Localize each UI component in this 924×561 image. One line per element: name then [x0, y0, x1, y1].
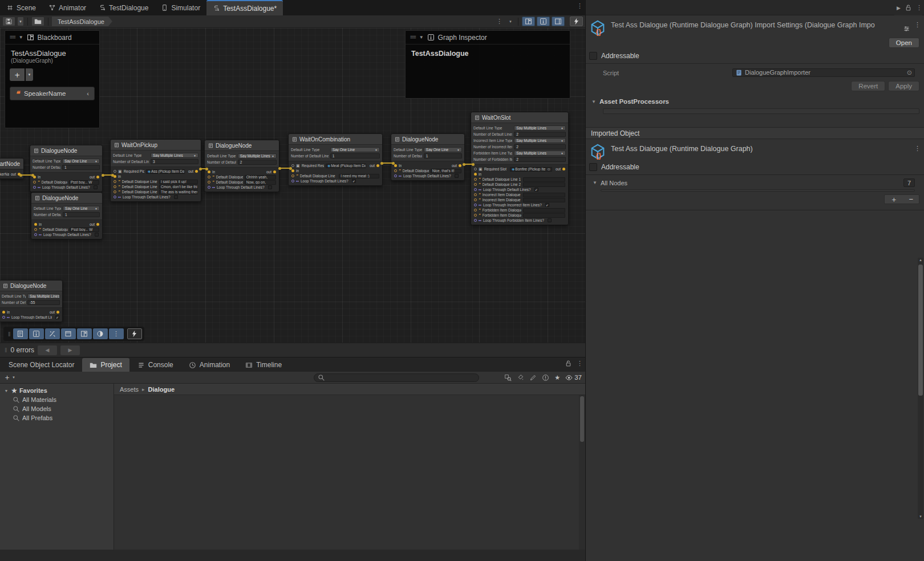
postprocessors-foldout[interactable]: ▼ Asset PostProcessors — [586, 95, 924, 107]
setting-field[interactable]: 1 — [62, 165, 100, 170]
object-field[interactable]: ◈Meat (Pickup Item Data)⊙ — [326, 164, 366, 168]
previous-error-button[interactable]: ◀ — [38, 345, 57, 355]
string-port[interactable] — [291, 174, 294, 177]
data-port[interactable] — [291, 164, 294, 167]
wait-on-combination-node[interactable]: WaitOnCombinationDefault Line TypeSay On… — [288, 133, 383, 186]
script-field[interactable]: DialogueGraphImporter ⊙ — [732, 68, 915, 77]
collapse-property-icon[interactable]: ‹ — [87, 90, 89, 97]
string-port[interactable] — [474, 209, 477, 212]
setting-dropdown[interactable]: Say Multiple Lines▼ — [514, 125, 566, 131]
graph-edge[interactable] — [382, 162, 394, 164]
setting-dropdown[interactable]: Say One Line▼ — [63, 206, 100, 211]
loop-checkbox[interactable] — [94, 185, 98, 189]
more-button[interactable]: ⋮ — [109, 328, 124, 339]
setting-field[interactable]: 1 — [63, 212, 100, 217]
exec-out-port[interactable]: out — [370, 164, 379, 168]
wait-on-pickup-node[interactable]: WaitOnPickupDefault Line TypeSay Multipl… — [110, 139, 201, 202]
scroll-up-icon[interactable]: ▲ — [918, 258, 923, 262]
bool-port[interactable] — [394, 174, 397, 177]
overflow-dropdown-button[interactable]: ▼ — [506, 17, 514, 26]
graph-edge[interactable] — [103, 174, 113, 176]
string-port[interactable] — [34, 228, 37, 231]
tools-button[interactable] — [45, 328, 60, 339]
graph-edge[interactable] — [200, 168, 207, 169]
window-tab-testassdialogue[interactable]: TestAssDialogue* — [206, 0, 283, 15]
exec-in-port[interactable] — [208, 170, 210, 173]
addressable-checkbox[interactable] — [589, 52, 597, 60]
string-field[interactable]: I said pick it up! — [159, 180, 198, 184]
setting-dropdown[interactable]: Say Multiple Lines▼ — [151, 153, 198, 158]
setting-field[interactable]: 2 — [238, 160, 277, 165]
bool-port[interactable] — [114, 196, 116, 198]
string-port[interactable] — [33, 181, 36, 184]
exec-out-port[interactable]: out — [90, 222, 99, 226]
exec-in-port[interactable] — [34, 223, 37, 226]
setting-dropdown[interactable]: Say Multiple Lines▼ — [514, 138, 566, 143]
setting-field[interactable]: 2 — [514, 132, 566, 137]
string-port[interactable] — [208, 181, 210, 184]
exec-out-port[interactable]: out — [452, 164, 461, 168]
show-in-project-button[interactable] — [31, 17, 44, 26]
string-field[interactable] — [523, 182, 565, 187]
favorite-item-all-prefabs[interactable]: All Prefabs — [0, 413, 114, 422]
dialogue-node-3[interactable]: DialogueNodeDefault Line TypeSay Multipl… — [204, 140, 279, 192]
string-field[interactable]: Nice, that's it! — [431, 169, 461, 173]
all-nodes-foldout[interactable]: ▼ All Nodes 7 — [586, 177, 924, 188]
favorite-item-all-materials[interactable]: All Materials — [0, 395, 114, 404]
window-button[interactable] — [61, 328, 76, 339]
toggle-minimap-button[interactable] — [552, 17, 565, 26]
next-error-button[interactable]: ▶ — [60, 345, 80, 355]
panel-tab-animation[interactable]: Animation — [181, 358, 237, 372]
presets-icon[interactable] — [903, 21, 910, 36]
add-property-button[interactable]: ＋ — [10, 68, 25, 81]
panel-tab-scene-object-locator[interactable]: Scene Object Locator — [1, 358, 82, 372]
project-scrollbar[interactable] — [579, 395, 585, 550]
window-tab-simulator[interactable]: Simulator — [155, 0, 206, 15]
revert-button[interactable]: Revert — [851, 81, 885, 91]
alert-icon[interactable] — [542, 374, 549, 381]
remove-element-button[interactable]: − — [909, 195, 914, 204]
setting-field[interactable]: 1 — [330, 153, 380, 158]
data-port[interactable] — [474, 168, 477, 170]
create-asset-dropdown[interactable]: ▼ — [12, 376, 15, 379]
favorites-root[interactable]: ▼ ★Favorites — [0, 386, 114, 395]
string-port[interactable] — [394, 169, 397, 172]
create-asset-button[interactable]: ＋ — [3, 372, 11, 383]
string-port[interactable] — [114, 190, 116, 193]
string-field[interactable] — [523, 213, 565, 218]
string-field[interactable]: Psst boy... W — [70, 227, 99, 232]
add-property-dropdown[interactable]: ▼ — [26, 68, 33, 81]
graph-inspector-header[interactable]: == ▼ Graph Inspector — [406, 31, 570, 44]
string-field[interactable]: Cmon, don't be like this! — [159, 185, 198, 189]
play-graph-footer-button[interactable] — [127, 328, 142, 339]
loop-checkbox[interactable]: ✓ — [534, 188, 538, 192]
setting-dropdown[interactable]: Say Multiple Lines▼ — [238, 153, 277, 158]
object-picker-icon[interactable]: ⊙ — [907, 69, 912, 76]
scrollbar-thumb[interactable] — [580, 396, 584, 442]
exec-out-port[interactable]: out — [50, 310, 59, 314]
string-port[interactable] — [208, 176, 210, 178]
collapse-icon[interactable]: ▼ — [19, 35, 23, 40]
loop-checkbox[interactable] — [548, 218, 552, 222]
data-port[interactable] — [114, 170, 116, 173]
drag-handle-icon[interactable]: ‖ — [8, 331, 11, 338]
bool-port[interactable] — [2, 316, 5, 319]
bool-port[interactable] — [474, 188, 477, 191]
blackboard-panel[interactable]: == ▼ Blackboard TestAssDialogue (Dialogu… — [5, 30, 100, 128]
favorites-star-icon[interactable]: ★ — [554, 374, 560, 381]
blackboard-header[interactable]: == ▼ Blackboard — [5, 31, 99, 44]
bool-port[interactable] — [208, 186, 210, 189]
wait-on-slot-node[interactable]: WaitOnSlotDefault Line TypeSay Multiple … — [471, 112, 569, 225]
bool-port[interactable] — [291, 180, 294, 182]
panel-tab-console[interactable]: Console — [130, 358, 181, 372]
graph-canvas[interactable]: == ▼ Blackboard TestAssDialogue (Dialogu… — [0, 28, 585, 343]
scrollbar-thumb[interactable] — [918, 265, 923, 396]
loop-checkbox[interactable]: ✓ — [352, 179, 356, 183]
addressable-checkbox[interactable] — [589, 163, 597, 171]
setting-dropdown[interactable]: Say Multiple Lines▼ — [514, 151, 566, 156]
bool-port[interactable] — [34, 233, 37, 236]
lock-icon[interactable] — [905, 4, 912, 11]
edit-icon[interactable] — [529, 374, 537, 381]
setting-dropdown[interactable]: Say One Line▼ — [62, 158, 100, 164]
panel-menu-icon[interactable]: ⋮ — [577, 360, 583, 367]
